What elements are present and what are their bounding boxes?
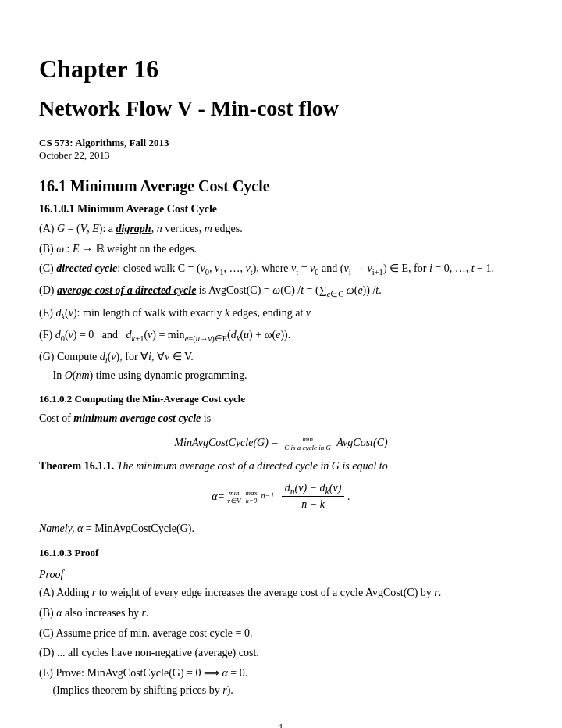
subsection-16-1-0-1-heading: 16.1.0.1 Minimum Average Cost Cycle: [39, 203, 523, 216]
section-16-1-heading: 16.1 Minimum Average Cost Cycle: [39, 177, 523, 195]
main-title: Network Flow V - Min-cost flow: [39, 96, 523, 121]
proof-items: (A) Adding r to weight of every edge inc…: [39, 584, 523, 698]
course-date: October 22, 2013: [39, 149, 523, 162]
item-d: (D) average cost of a directed cycle is …: [39, 282, 523, 301]
course-info: CS 573: Algorithms, Fall 2013 October 22…: [39, 137, 523, 162]
alpha-formula: α = min v∈V max k=0 n−1 x dn(v) − dk(v) …: [39, 482, 523, 512]
proof-b: (B) α also increases by r.: [39, 605, 523, 622]
item-b: (B) ω : E → ℝ weight on the edges.: [39, 241, 523, 258]
proof-section: Proof (A) Adding r to weight of every ed…: [39, 569, 523, 698]
chapter-title: Chapter 16: [39, 55, 523, 84]
page-number: 1: [39, 722, 523, 728]
item-list-a-g: (A) G = (V, E): a digraph, n vertices, m…: [39, 220, 523, 384]
item-g: (G) Compute di(v), for ∀i, ∀v ∈ V. In O(…: [39, 348, 523, 384]
subsection-16-1-0-2-heading: 16.1.0.2 Computing the Min-Average Cost …: [39, 393, 523, 405]
course-name: CS 573: Algorithms, Fall 2013: [39, 137, 523, 149]
item-c: (C) directed cycle: closed walk C = (v0,…: [39, 260, 523, 279]
item-a: (A) G = (V, E): a digraph, n vertices, m…: [39, 220, 523, 237]
namely-line: Namely, α = MinAvgCostCycle(G).: [39, 520, 523, 537]
proof-label: Proof: [39, 569, 523, 581]
proof-c: (C) Assume price of min. average cost cy…: [39, 625, 523, 642]
minavg-intro: Cost of minimum average cost cycle is: [39, 410, 523, 427]
minavgcostcycle-formula: MinAvgCostCycle(G) = min C is a cycle in…: [39, 435, 523, 452]
proof-a: (A) Adding r to weight of every edge inc…: [39, 584, 523, 601]
theorem-16-1-1: Theorem 16.1.1. The minimum average cost…: [39, 460, 523, 473]
item-f: (F) d0(v) = 0 and dk+1(v) = mine=(u→v)∈E…: [39, 327, 523, 345]
item-e: (E) dk(v): min length of walk with exact…: [39, 305, 523, 323]
proof-d: (D) ... all cycles have non-negative (av…: [39, 644, 523, 662]
proof-e: (E) Prove: MinAvgCostCycle(G) = 0 ⟹ α = …: [39, 665, 523, 698]
page-container: Chapter 16 Network Flow V - Min-cost flo…: [39, 0, 523, 728]
subsection-16-1-0-3-heading: 16.1.0.3 Proof: [39, 547, 523, 559]
theorem-body: The minimum average cost of a directed c…: [117, 460, 388, 472]
theorem-label: Theorem 16.1.1.: [39, 460, 114, 472]
